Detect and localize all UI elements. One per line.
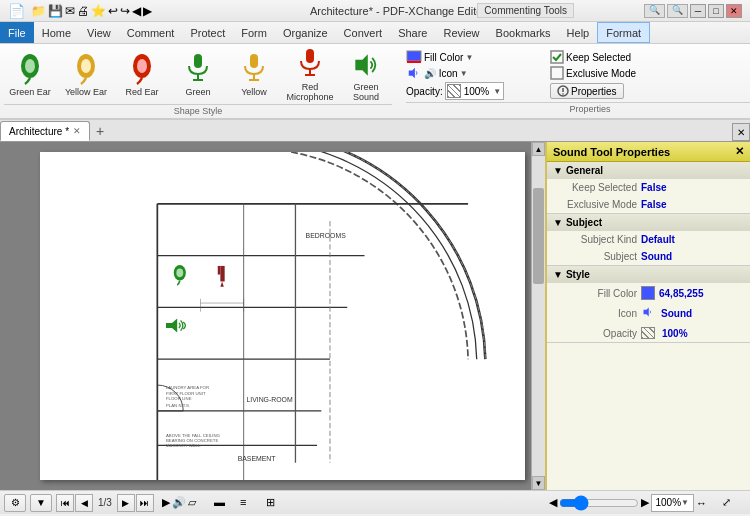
menu-item-protect[interactable]: Protect <box>182 22 233 43</box>
menu-item-help[interactable]: Help <box>559 22 598 43</box>
zoom-in-btn[interactable]: ▶ <box>641 496 649 509</box>
green-sound-tool[interactable]: Green Sound <box>340 47 392 104</box>
exclusive-mode-btn[interactable]: Exclusive Mode <box>550 66 636 80</box>
settings-btn[interactable]: ⚙ <box>4 494 26 512</box>
yellow-mic-icon <box>238 54 270 86</box>
scroll-up-btn[interactable]: ▲ <box>532 142 545 156</box>
vertical-scrollbar[interactable]: ▲ ▼ <box>531 142 545 490</box>
general-section: ▼ General Keep Selected False Exclusive … <box>547 162 750 214</box>
exclusive-mode-prop-label: Exclusive Mode <box>557 199 637 210</box>
view-mode-btn4[interactable]: ⊞ <box>266 496 290 509</box>
keep-selected-btn[interactable]: Keep Selected <box>550 50 631 64</box>
zoom-input[interactable]: 100% ▼ <box>651 494 695 512</box>
scroll-down-btn[interactable]: ▼ <box>532 476 545 490</box>
tab-close-btn[interactable]: ✕ <box>73 126 81 136</box>
zoom-slider[interactable] <box>559 496 639 510</box>
keep-selected-prop-label: Keep Selected <box>557 182 637 193</box>
red-mic-icon <box>294 49 326 81</box>
general-label: General <box>566 165 603 176</box>
yellow-label: Yellow <box>241 87 267 97</box>
subject-value: Sound <box>641 251 672 262</box>
audio-btn[interactable]: 🔊 <box>172 496 186 509</box>
tab-label: Architecture * <box>9 126 69 137</box>
opacity-dropdown[interactable]: ▼ <box>491 87 503 96</box>
red-mic-tool[interactable]: Red Microphone <box>284 47 336 104</box>
audio-play-btn[interactable]: ▶ <box>162 496 170 509</box>
last-page-btn[interactable]: ⏭ <box>136 494 154 512</box>
tab-add-btn[interactable]: + <box>90 121 110 141</box>
page-info: 1/3 <box>94 497 116 508</box>
svg-point-23 <box>562 93 564 95</box>
right-panel-close-btn[interactable]: ✕ <box>735 145 744 158</box>
properties-section-label: Properties <box>406 102 750 114</box>
next-page-btn[interactable]: ▶ <box>117 494 135 512</box>
fit-page-btn[interactable]: ⤢ <box>722 496 746 509</box>
green-sound-label: Green Sound <box>344 82 388 102</box>
window-controls[interactable]: 🔍 🔍 ─ □ ✕ <box>644 4 742 18</box>
svg-point-1 <box>25 59 35 73</box>
opacity-row: Opacity 100% <box>547 324 750 342</box>
green-sound-icon <box>350 49 382 81</box>
yellow-ear-label: Yellow Ear <box>65 87 107 97</box>
svg-text:PLAN N.T.S.: PLAN N.T.S. <box>166 403 190 408</box>
menu-item-file[interactable]: File <box>0 22 34 43</box>
menu-item-share[interactable]: Share <box>390 22 435 43</box>
style-label: Style <box>566 269 590 280</box>
title-bar-icons: 📁 💾 ✉ 🖨 ⭐ ↩ ↪ ◀ ▶ <box>31 4 152 18</box>
svg-marker-58 <box>644 308 649 317</box>
menu-item-form[interactable]: Form <box>233 22 275 43</box>
prev-page-btn[interactable]: ◀ <box>75 494 93 512</box>
yellow-mic-tool[interactable]: Yellow <box>228 52 280 99</box>
yellow-ear-tool[interactable]: Yellow Ear <box>60 52 112 99</box>
subject-kind-value: Default <box>641 234 675 245</box>
menu-item-bookmarks[interactable]: Bookmarks <box>488 22 559 43</box>
green-mic-tool[interactable]: Green <box>172 52 224 99</box>
architecture-tab[interactable]: Architecture * ✕ <box>0 121 90 141</box>
icon-prop-label: Icon <box>557 308 637 319</box>
zoom-out-btn[interactable]: ◀ <box>549 496 557 509</box>
first-page-btn[interactable]: ⏮ <box>56 494 74 512</box>
keep-selected-value: False <box>641 182 667 193</box>
opacity-hatch <box>641 327 655 339</box>
scroll-thumb[interactable] <box>533 188 544 284</box>
view-mode-btn3[interactable]: ≡ <box>240 496 264 509</box>
zoom-dropdown[interactable]: ▼ <box>681 498 689 507</box>
general-section-header[interactable]: ▼ General <box>547 162 750 179</box>
fit-width-btn[interactable]: ↔ <box>696 497 720 509</box>
properties-btn[interactable]: Properties <box>550 83 624 99</box>
view-mode-btn2[interactable]: ▬ <box>214 496 238 509</box>
view-mode-btn1[interactable]: ▱ <box>188 496 212 509</box>
svg-text:BEDROOMS: BEDROOMS <box>306 232 347 239</box>
menu-item-convert[interactable]: Convert <box>336 22 391 43</box>
menu-item-review[interactable]: Review <box>435 22 487 43</box>
menu-item-home[interactable]: Home <box>34 22 79 43</box>
svg-point-3 <box>81 59 91 73</box>
red-ear-label: Red Ear <box>125 87 158 97</box>
subject-section-header[interactable]: ▼ Subject <box>547 214 750 231</box>
svg-point-53 <box>176 269 183 278</box>
fill-color-value: 64,85,255 <box>659 288 704 299</box>
maximize-button[interactable]: □ <box>708 4 724 18</box>
svg-rect-28 <box>71 152 494 480</box>
exclusive-mode-label: Exclusive Mode <box>566 68 636 79</box>
exclusive-mode-icon <box>550 66 564 80</box>
menu-item-comment[interactable]: Comment <box>119 22 183 43</box>
icon-value: Sound <box>661 308 692 319</box>
red-ear-tool[interactable]: Red Ear <box>116 52 168 99</box>
settings-dropdown-btn[interactable]: ▼ <box>30 494 52 512</box>
close-button[interactable]: ✕ <box>726 4 742 18</box>
fill-color-dropdown[interactable]: ▼ <box>465 53 473 62</box>
svg-text:BASEMENT: BASEMENT <box>238 455 277 462</box>
right-panel-title-text: Sound Tool Properties <box>553 146 670 158</box>
menu-item-organize[interactable]: Organize <box>275 22 336 43</box>
svg-point-5 <box>137 59 147 73</box>
menu-item-view[interactable]: View <box>79 22 119 43</box>
style-section-header[interactable]: ▼ Style <box>547 266 750 283</box>
icon-dropdown[interactable]: ▼ <box>460 69 468 78</box>
svg-rect-18 <box>551 51 563 63</box>
green-ear-tool[interactable]: Green Ear <box>4 52 56 99</box>
minimize-button[interactable]: ─ <box>690 4 706 18</box>
menu-item-format[interactable]: Format <box>597 22 650 43</box>
doc-close-btn[interactable]: ✕ <box>732 123 750 141</box>
svg-rect-54 <box>220 266 224 282</box>
